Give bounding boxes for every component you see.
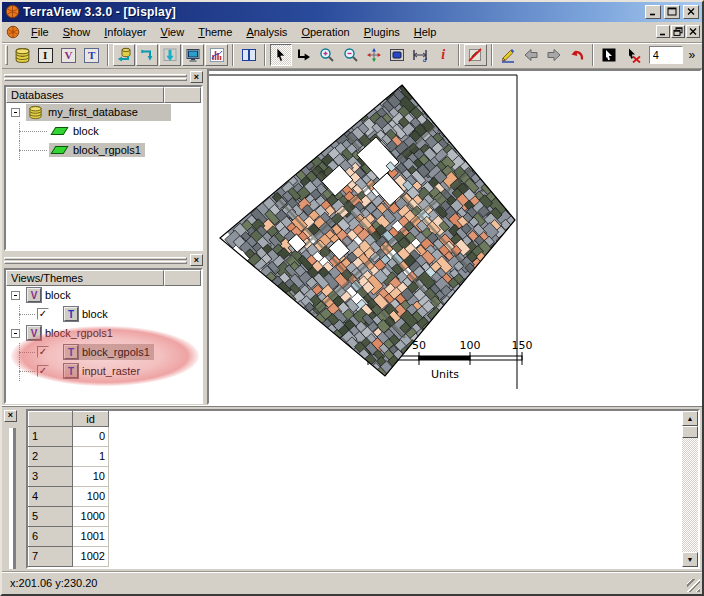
tree-item-block[interactable]: block — [6, 122, 201, 141]
table-row[interactable]: 310 — [29, 466, 109, 486]
id-value-cell[interactable]: 1000 — [73, 506, 109, 526]
menu-item-view[interactable]: View — [153, 23, 191, 41]
scroll-down-button[interactable]: ▼ — [682, 552, 698, 567]
menu-item-help[interactable]: Help — [407, 23, 444, 41]
menu-item-theme[interactable]: Theme — [191, 23, 239, 41]
zoom-factor-input[interactable] — [649, 46, 683, 64]
scrollbar-track[interactable] — [682, 438, 698, 552]
toolbar-grip[interactable] — [5, 45, 8, 65]
menu-item-file[interactable]: File — [24, 23, 56, 41]
views-grip[interactable]: × — [4, 254, 203, 267]
table-row[interactable]: 71002 — [29, 546, 109, 566]
theme-letter-t-button[interactable]: T — [81, 44, 103, 66]
minimize-button[interactable] — [645, 5, 661, 19]
tree-item-block[interactable]: ✓Tblock — [6, 305, 201, 324]
tree-item-block[interactable]: Vblock — [6, 286, 201, 305]
tree-item-block_rgpols1[interactable]: block_rgpols1 — [6, 141, 201, 160]
id-value-cell[interactable]: 1 — [73, 446, 109, 466]
title-bar[interactable]: TerraView 3.3.0 - [Display] — [2, 2, 702, 22]
vertical-scrollbar[interactable]: ▲ ▼ — [682, 411, 698, 567]
grid-close-button[interactable]: × — [4, 410, 17, 422]
table-row[interactable]: 51000 — [29, 506, 109, 526]
pointer-cursor-button[interactable] — [270, 44, 292, 66]
chart-histogram-button[interactable] — [205, 44, 227, 66]
distance-measure-button[interactable]: d — [409, 44, 431, 66]
id-value-cell[interactable]: 0 — [73, 426, 109, 446]
visibility-checkbox[interactable]: ✓ — [37, 346, 49, 358]
graphic-scale-disabled-button[interactable] — [464, 44, 486, 66]
menu-item-plugins[interactable]: Plugins — [357, 23, 407, 41]
visibility-checkbox[interactable]: ✓ — [37, 308, 49, 320]
corner-header-cell[interactable] — [29, 411, 73, 426]
back-arrow-button[interactable] — [520, 44, 542, 66]
mdi-restore-button[interactable] — [671, 25, 685, 38]
row-header-cell[interactable]: 3 — [29, 466, 73, 486]
clear-selection-button[interactable] — [621, 44, 643, 66]
views-close-button[interactable]: × — [190, 254, 203, 266]
id-value-cell[interactable]: 10 — [73, 466, 109, 486]
previous-display-button[interactable] — [293, 44, 315, 66]
mdi-child-icon[interactable] — [6, 25, 20, 39]
table-row[interactable]: 4100 — [29, 486, 109, 506]
id-value-cell[interactable]: 100 — [73, 486, 109, 506]
row-header-cell[interactable]: 1 — [29, 426, 73, 446]
database-button[interactable] — [11, 44, 33, 66]
row-header-cell[interactable]: 6 — [29, 526, 73, 546]
forward-arrow-button[interactable] — [543, 44, 565, 66]
visibility-checkbox[interactable]: ✓ — [37, 365, 49, 377]
row-header-cell[interactable]: 5 — [29, 506, 73, 526]
id-value-cell[interactable]: 1001 — [73, 526, 109, 546]
databases-header-cell[interactable]: Databases — [6, 87, 164, 103]
grid-dock-handle[interactable] — [9, 428, 16, 569]
info-button[interactable]: i — [432, 44, 454, 66]
toolbar-more-button[interactable]: » — [684, 45, 700, 65]
view-letter-v-button[interactable]: V — [57, 44, 79, 66]
edit-line-button[interactable] — [497, 44, 519, 66]
table-row[interactable]: 61001 — [29, 526, 109, 546]
tile-windows-button[interactable] — [238, 44, 260, 66]
tree-item-block_rgpols1[interactable]: Vblock_rgpols1 — [6, 324, 201, 343]
expander-minus-icon[interactable] — [11, 108, 20, 117]
map-canvas[interactable]: 50100150Units — [209, 71, 700, 401]
tree-item-input_raster[interactable]: ✓Tinput_raster — [6, 362, 201, 381]
menu-item-operation[interactable]: Operation — [294, 23, 356, 41]
undo-spatial-button[interactable] — [566, 44, 588, 66]
infolayer-letter-i-button[interactable]: I — [34, 44, 56, 66]
zoom-extent-button[interactable] — [386, 44, 408, 66]
zoom-in-button[interactable] — [316, 44, 338, 66]
menu-item-show[interactable]: Show — [56, 23, 98, 41]
table-row[interactable]: 10 — [29, 426, 109, 446]
invert-selection-button[interactable] — [598, 44, 620, 66]
menu-item-analysis[interactable]: Analysis — [239, 23, 294, 41]
id-column-header[interactable]: id — [73, 411, 109, 426]
databases-grip[interactable]: × — [4, 71, 203, 84]
close-button[interactable] — [683, 5, 699, 19]
display-refresh-button[interactable] — [182, 44, 204, 66]
mdi-minimize-button[interactable] — [656, 25, 670, 38]
resize-grip[interactable] — [687, 579, 700, 592]
expander-minus-icon[interactable] — [11, 291, 20, 300]
import-data-button[interactable] — [113, 44, 135, 66]
app-logo-icon[interactable] — [5, 4, 20, 19]
row-header-cell[interactable]: 7 — [29, 546, 73, 566]
id-value-cell[interactable]: 1002 — [73, 546, 109, 566]
databases-close-button[interactable]: × — [190, 71, 203, 83]
row-header-cell[interactable]: 4 — [29, 486, 73, 506]
pan-button[interactable] — [363, 44, 385, 66]
row-header-cell[interactable]: 2 — [29, 446, 73, 466]
import-theme-button[interactable] — [159, 44, 181, 66]
map-display-panel[interactable]: 50100150Units — [207, 69, 702, 405]
scrollbar-thumb[interactable] — [682, 426, 698, 438]
export-vector-button[interactable] — [136, 44, 158, 66]
expander-minus-icon[interactable] — [11, 329, 20, 338]
dock-handle[interactable] — [4, 256, 187, 265]
views-header-cell[interactable]: Views/Themes — [6, 270, 164, 286]
zoom-out-button[interactable] — [339, 44, 361, 66]
tree-item-my_first_database[interactable]: my_first_database — [6, 103, 201, 122]
attribute-table[interactable]: id10213104100510006100171002 — [28, 411, 109, 567]
dock-handle[interactable] — [4, 73, 187, 82]
mdi-close-button[interactable] — [686, 25, 700, 38]
table-row[interactable]: 21 — [29, 446, 109, 466]
menu-item-infolayer[interactable]: Infolayer — [97, 23, 153, 41]
tree-item-block_rgpols1[interactable]: ✓Tblock_rgpols1 — [6, 343, 201, 362]
